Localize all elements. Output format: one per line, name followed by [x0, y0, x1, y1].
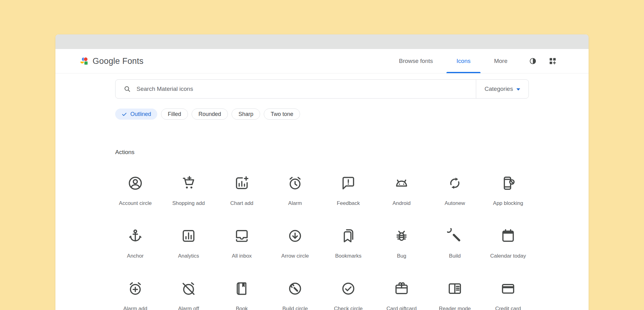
icon-card-book[interactable]: Book	[215, 272, 268, 310]
credit-card-icon	[500, 281, 516, 296]
icon-card-analytics[interactable]: Analytics	[162, 220, 215, 272]
search-bar: Categories	[115, 79, 529, 99]
chip-filled[interactable]: Filled	[161, 108, 188, 120]
tab-icons[interactable]: Icons	[445, 49, 482, 73]
dropdown-caret-icon	[516, 88, 520, 91]
build-circle-icon	[287, 281, 303, 296]
categories-dropdown[interactable]: Categories	[476, 80, 529, 98]
icon-card-alarm[interactable]: Alarm	[268, 167, 322, 220]
icon-label: Card giftcard	[386, 306, 416, 310]
all-inbox-icon	[234, 228, 250, 244]
reader-mode-icon	[447, 281, 463, 296]
alarm-add-icon	[128, 281, 143, 296]
chip-label: Filled	[168, 111, 181, 117]
icon-label: Check circle	[334, 306, 363, 310]
section-title-actions: Actions	[115, 149, 589, 156]
calendar-today-icon	[500, 228, 516, 244]
style-filter-chips: Outlined Filled Rounded Sharp Two tone	[115, 108, 529, 120]
icon-card-chart-add[interactable]: Chart add	[215, 167, 268, 220]
icon-label: Build circle	[282, 306, 308, 310]
icon-card-account-circle[interactable]: Account circle	[109, 167, 162, 220]
anchor-icon	[128, 228, 143, 244]
autorenew-icon	[447, 175, 463, 191]
icon-label: Credit card	[495, 306, 521, 310]
icon-label: Alarm off	[178, 306, 199, 310]
icon-card-feedback[interactable]: Feedback	[322, 167, 375, 220]
arrow-circle-down-icon	[287, 228, 303, 244]
icon-card-anchor[interactable]: Anchor	[109, 220, 162, 272]
alarm-icon	[287, 175, 303, 191]
alarm-off-icon	[181, 281, 196, 296]
icon-label: All inbox	[232, 253, 252, 259]
window-titlebar	[55, 34, 589, 49]
categories-label: Categories	[485, 86, 513, 92]
check-icon	[121, 111, 127, 117]
icon-card-arrow-circle[interactable]: Arrow circle	[268, 220, 322, 272]
check-circle-icon	[341, 281, 356, 296]
icon-card-alarm-off[interactable]: Alarm off	[162, 272, 215, 310]
icon-card-android[interactable]: Android	[375, 167, 428, 220]
icon-label: Autonew	[445, 200, 465, 206]
icon-label: App blocking	[493, 200, 523, 206]
android-icon	[394, 175, 409, 191]
icon-card-bug[interactable]: Bug	[375, 220, 428, 272]
browser-window: Google Fonts Browse fonts Icons More	[55, 34, 589, 310]
icon-card-build-circle[interactable]: Build circle	[268, 272, 322, 310]
icon-label: Analytics	[178, 253, 199, 259]
chart-add-icon	[234, 175, 250, 191]
tab-more[interactable]: More	[482, 49, 519, 73]
icon-card-calendar-today[interactable]: Calendar today	[481, 220, 535, 272]
apps-grid-button[interactable]	[546, 55, 559, 67]
icon-card-alarm-add[interactable]: Alarm add	[109, 272, 162, 310]
icon-label: Reader mode	[439, 306, 471, 310]
chip-label: Rounded	[198, 111, 221, 117]
main-nav: Browse fonts Icons More	[387, 49, 559, 73]
icon-label: Feedback	[337, 200, 360, 206]
chip-label: Two tone	[271, 111, 293, 117]
icon-card-reader-mode[interactable]: Reader mode	[428, 272, 481, 310]
chip-sharp[interactable]: Sharp	[232, 108, 260, 120]
icon-card-autorenew[interactable]: Autonew	[428, 167, 481, 220]
icon-card-shopping-add[interactable]: Shopping add	[162, 167, 215, 220]
icon-card-build[interactable]: Build	[428, 220, 481, 272]
apps-grid-icon	[549, 57, 557, 65]
icon-label: Alarm	[288, 200, 302, 206]
icon-label: Account circle	[119, 200, 152, 206]
analytics-icon	[181, 228, 196, 244]
icon-label: Build	[449, 253, 461, 259]
icon-card-credit-card[interactable]: Credit card	[481, 272, 535, 310]
app-header: Google Fonts Browse fonts Icons More	[55, 49, 589, 73]
icon-label: Chart add	[230, 200, 254, 206]
icon-card-bookmarks[interactable]: Bookmarks	[322, 220, 375, 272]
icon-card-app-blocking[interactable]: App blocking	[481, 167, 535, 220]
chip-two-tone[interactable]: Two tone	[264, 108, 300, 120]
bug-report-icon	[394, 228, 409, 244]
chip-label: Outlined	[130, 111, 151, 117]
icon-label: Shopping add	[172, 200, 205, 206]
icon-label: Android	[393, 200, 411, 206]
icon-label: Bookmarks	[335, 253, 361, 259]
build-icon	[447, 228, 463, 244]
icon-grid: Account circle Shopping add Chart add Al…	[109, 167, 589, 310]
icon-card-card-giftcard[interactable]: Card giftcard	[375, 272, 428, 310]
google-fonts-logo[interactable]: Google Fonts	[79, 56, 144, 66]
chip-outlined[interactable]: Outlined	[115, 108, 157, 120]
book-icon	[234, 281, 250, 296]
app-title: Google Fonts	[93, 56, 144, 66]
icon-label: Arrow circle	[281, 253, 309, 259]
account-circle-icon	[128, 175, 143, 191]
icon-card-check-circle[interactable]: Check circle	[322, 272, 375, 310]
chip-rounded[interactable]: Rounded	[192, 108, 228, 120]
app-blocking-icon	[500, 175, 516, 191]
tab-browse-fonts[interactable]: Browse fonts	[387, 49, 445, 73]
dark-mode-toggle-button[interactable]	[527, 55, 539, 67]
search-icon	[115, 85, 133, 93]
search-input[interactable]	[133, 80, 476, 98]
icon-label: Bug	[397, 253, 406, 259]
icon-card-all-inbox[interactable]: All inbox	[215, 220, 268, 272]
chip-label: Sharp	[238, 111, 253, 117]
dark-mode-toggle-icon	[529, 57, 537, 65]
icon-label: Book	[236, 306, 248, 310]
icon-label: Calendar today	[490, 253, 526, 259]
bookmarks-icon	[341, 228, 356, 244]
